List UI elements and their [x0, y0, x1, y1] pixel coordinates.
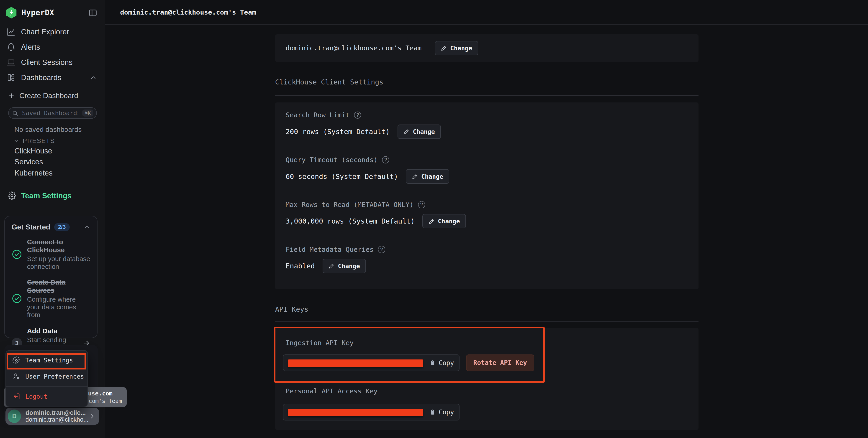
bell-icon	[7, 43, 16, 52]
preset-services[interactable]: Services	[14, 158, 43, 166]
pencil-icon	[441, 45, 447, 51]
chevron-up-icon[interactable]	[90, 74, 97, 81]
menu-item-user-preferences[interactable]: User Preferences	[6, 368, 88, 384]
help-icon[interactable]: ?	[418, 201, 425, 208]
copy-ingestion-key-button[interactable]: Copy	[429, 359, 454, 367]
button-label: Change	[338, 263, 360, 270]
brand: HyperDX	[5, 6, 54, 19]
clipboard-icon	[429, 409, 436, 415]
sidebar-item-client-sessions[interactable]: Client Sessions	[0, 55, 105, 70]
user-gear-icon	[12, 372, 20, 380]
button-label: Change	[438, 217, 460, 225]
menu-item-label: User Preferences	[25, 373, 84, 380]
chevron-down-icon	[13, 138, 19, 144]
menu-item-label: Logout	[25, 393, 48, 400]
check-circle-icon	[11, 293, 22, 304]
plus-icon	[8, 92, 15, 99]
team-settings-label: Team Settings	[21, 192, 71, 200]
menu-divider	[6, 386, 88, 386]
page-title: dominic.tran@clickhouse.com's Team	[120, 8, 256, 16]
change-max-rows-button[interactable]: Change	[423, 214, 466, 228]
client-settings-panel: Search Row Limit? 200 rows (System Defau…	[275, 102, 699, 289]
laptop-icon	[7, 58, 16, 67]
collapse-sidebar-icon[interactable]	[88, 8, 97, 18]
get-started-step-sources[interactable]: Create Data Sources Configure where your…	[11, 278, 90, 318]
logout-icon	[12, 393, 20, 400]
clipboard-icon	[429, 360, 436, 366]
search-input[interactable]	[21, 109, 80, 117]
change-query-timeout-button[interactable]: Change	[406, 169, 449, 183]
setting-label: Query Timeout (seconds)	[286, 156, 378, 164]
nav-label: Client Sessions	[21, 58, 72, 67]
setting-label: Max Rows to Read (METADATA ONLY)	[286, 201, 413, 208]
pencil-icon	[329, 263, 335, 269]
personal-key-field: Copy	[283, 404, 460, 420]
chart-icon	[7, 28, 16, 36]
help-icon[interactable]: ?	[354, 111, 361, 119]
redacted-key-bar	[288, 360, 423, 367]
scrolled-section-divider	[275, 27, 699, 27]
step-title: Add Data	[27, 327, 79, 335]
setting-value: 3,000,000 rows (System Default)	[286, 217, 415, 225]
user-account-button[interactable]: D dominic.tran@clic... dominic.tran@clic…	[5, 408, 99, 425]
api-keys-panel: Ingestion API Key Copy Rotate API Key Pe…	[275, 328, 699, 430]
hyperdx-app: HyperDX Chart Explorer Alerts Client Ses…	[0, 0, 868, 438]
menu-item-logout[interactable]: Logout	[6, 388, 88, 405]
sidebar-item-alerts[interactable]: Alerts	[0, 40, 105, 55]
step-title: Connect to ClickHouse	[27, 238, 90, 254]
brand-name: HyperDX	[22, 8, 54, 17]
preset-clickhouse[interactable]: ClickHouse	[14, 146, 52, 155]
help-icon[interactable]: ?	[382, 156, 389, 164]
copy-label: Copy	[439, 359, 454, 367]
sidebar-item-team-settings[interactable]: Team Settings	[8, 192, 71, 200]
sidebar-nav: Chart Explorer Alerts Client Sessions Da…	[0, 24, 105, 85]
change-field-metadata-button[interactable]: Change	[322, 259, 366, 273]
menu-item-label: Team Settings	[25, 357, 73, 364]
section-heading-client-settings: ClickHouse Client Settings	[275, 78, 383, 86]
pencil-icon	[412, 173, 418, 180]
page-header: dominic.tran@clickhouse.com's Team	[105, 0, 868, 25]
saved-dashboards-search[interactable]: ⌘K	[8, 107, 97, 119]
step-desc: Configure where your data comes from	[27, 296, 90, 319]
button-label: Change	[413, 128, 435, 135]
section-divider	[275, 322, 699, 322]
setting-label: Search Row Limit	[286, 111, 350, 119]
change-search-row-limit-button[interactable]: Change	[398, 125, 441, 139]
shortcut-badge: ⌘K	[82, 109, 93, 116]
setting-label: Field Metadata Queries	[286, 246, 374, 254]
preset-kubernetes[interactable]: Kubernetes	[14, 169, 53, 177]
sidebar-item-dashboards[interactable]: Dashboards	[0, 70, 105, 85]
copy-personal-key-button[interactable]: Copy	[429, 408, 454, 416]
get-started-title: Get Started	[11, 223, 50, 231]
user-menu-popup: Team Settings User Preferences Logout	[5, 350, 88, 407]
redacted-key-bar	[288, 409, 423, 416]
presets-toggle[interactable]: PRESETS	[13, 137, 55, 144]
nav-label: Dashboards	[21, 73, 61, 82]
ingestion-key-label: Ingestion API Key	[286, 339, 353, 347]
chevron-up-icon[interactable]	[83, 223, 90, 231]
sidebar-divider	[0, 86, 105, 86]
presets-label: PRESETS	[23, 137, 55, 144]
setting-value: 200 rows (System Default)	[286, 128, 390, 136]
get-started-step-connect[interactable]: Connect to ClickHouse Set up your databa…	[11, 238, 90, 270]
button-label: Change	[450, 45, 472, 52]
main-content: dominic.tran@clickhouse.com's Team Chang…	[105, 25, 868, 438]
change-team-name-button[interactable]: Change	[435, 41, 478, 55]
check-circle-icon	[11, 249, 22, 260]
progress-badge: 2/3	[54, 223, 70, 231]
create-dashboard-label: Create Dashboard	[19, 92, 78, 100]
search-icon	[12, 110, 18, 116]
create-dashboard-button[interactable]: Create Dashboard	[8, 90, 78, 101]
sidebar-item-chart-explorer[interactable]: Chart Explorer	[0, 24, 105, 40]
setting-row: Query Timeout (seconds)? 60 seconds (Sys…	[286, 156, 449, 183]
section-divider	[275, 95, 699, 96]
rotate-api-key-button[interactable]: Rotate API Key	[466, 355, 534, 371]
gear-icon	[12, 357, 20, 364]
button-label: Change	[421, 173, 443, 180]
copy-label: Copy	[439, 408, 454, 416]
menu-item-team-settings[interactable]: Team Settings	[6, 352, 88, 368]
help-icon[interactable]: ?	[378, 246, 385, 253]
chevron-right-icon	[89, 413, 96, 420]
pencil-icon	[429, 218, 435, 225]
sidebar: HyperDX Chart Explorer Alerts Client Ses…	[0, 0, 105, 438]
